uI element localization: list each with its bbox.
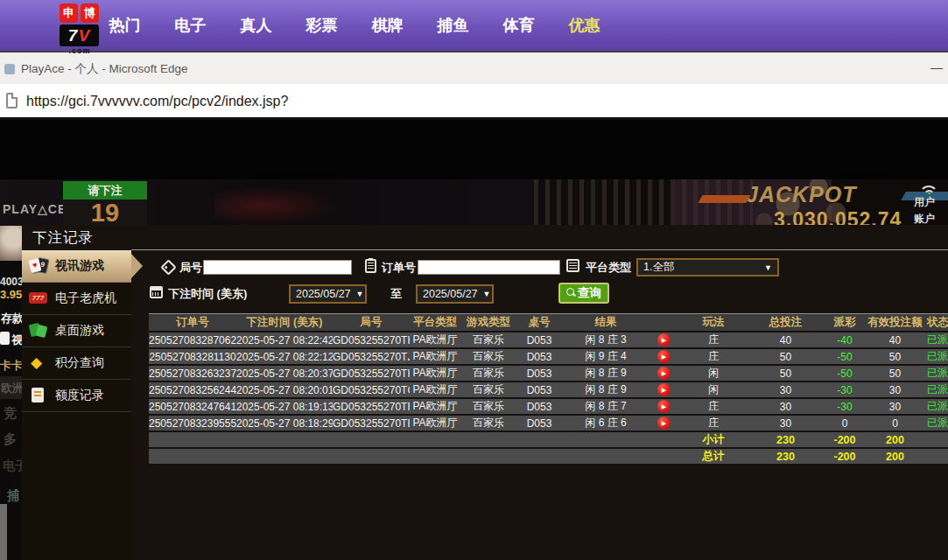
table-row[interactable]: 2505270832395552025-05-27 08:18:29GD0532… xyxy=(149,416,948,432)
tag-icon xyxy=(160,259,176,275)
platform-type-select[interactable]: 1.全部 ▼ xyxy=(636,258,779,276)
address-bar[interactable]: https://gci.7vvvvvv.com/pc/pcv2/index.js… xyxy=(0,84,948,120)
to-label: 至 xyxy=(390,286,402,302)
chevron-down-icon: ▼ xyxy=(764,263,772,272)
play-replay-icon[interactable]: ▶ xyxy=(657,400,671,413)
logo-com: .com xyxy=(60,46,100,55)
browser-title-bar: PlayAce - 个人 - Microsoft Edge — xyxy=(0,51,948,84)
table-cell: 2025-05-27 08:20:37 xyxy=(236,368,333,380)
table-cell: 已派彩 xyxy=(923,416,948,430)
table-row[interactable]: 2505270832811302025-05-27 08:22:12GD0532… xyxy=(149,349,948,366)
table-cell: 闲 9 庄 4 xyxy=(562,349,650,364)
play-replay-icon[interactable]: ▶ xyxy=(657,350,671,363)
slots-icon xyxy=(29,290,48,307)
play-replay-icon[interactable]: ▶ xyxy=(657,367,671,380)
nav-item-棋牌[interactable]: 棋牌 xyxy=(355,15,420,36)
grand-total-cell: 总计 xyxy=(678,449,748,464)
nav-item-真人[interactable]: 真人 xyxy=(223,15,289,36)
card-icon xyxy=(0,332,10,345)
minimize-button[interactable]: — xyxy=(930,52,943,82)
banner-right-labels: 用户 账户 xyxy=(914,181,942,226)
nav-item-优惠[interactable]: 优惠 xyxy=(551,15,617,36)
round-number-input[interactable] xyxy=(203,260,352,275)
site-logo[interactable]: 申 博 7V .com xyxy=(60,4,100,55)
table-cell: 2025-05-27 08:22:42 xyxy=(236,334,333,346)
table-cell: 250527083281130 xyxy=(149,351,236,363)
play-replay-icon[interactable]: ▶ xyxy=(657,383,671,396)
nav-item-电子[interactable]: 电子 xyxy=(158,15,223,36)
table-cell: 已派彩 xyxy=(923,332,948,347)
search-button-label: 查询 xyxy=(578,285,601,301)
jackpot-value: 3,030,052.74 xyxy=(774,208,902,226)
url-text[interactable]: https://gci.7vvvvvv.com/pc/pcv2/index.js… xyxy=(26,84,288,119)
table-cell: 已派彩 xyxy=(923,399,948,414)
table-cell: 30 xyxy=(867,384,923,396)
table-cell: 30 xyxy=(748,384,823,396)
table-cell: 已派彩 xyxy=(923,349,948,364)
grand-total-row: 总计230-200200 xyxy=(149,449,948,466)
sidebar-item-积分查询[interactable]: 积分查询 xyxy=(22,347,131,380)
order-number-input[interactable] xyxy=(418,260,560,275)
chevron-down-icon: ▼ xyxy=(356,290,364,298)
column-header: 桌号 xyxy=(516,315,562,330)
calendar-icon xyxy=(150,286,163,298)
table-cell: D053 xyxy=(516,401,562,413)
table-cell: 250527083256244 xyxy=(149,384,236,396)
table-row[interactable]: 2505270832562442025-05-27 08:20:01GD0532… xyxy=(149,382,948,399)
chevron-down-icon: ▼ xyxy=(483,290,491,298)
bg-gray-bar xyxy=(0,504,7,560)
sidebar-item-视讯游戏[interactable]: 视讯游戏 xyxy=(22,250,131,283)
table-cell: 2025-05-27 08:18:29 xyxy=(236,417,333,430)
column-header: 玩法 xyxy=(678,315,748,330)
column-header: 下注时间 (美东) xyxy=(236,315,333,330)
nav-item-热门[interactable]: 热门 xyxy=(92,15,158,36)
column-header: 局号 xyxy=(333,315,410,330)
bg-fragment: 卡卡 xyxy=(0,358,22,374)
date-from-select[interactable]: 2025/05/27 ▼ xyxy=(289,284,367,304)
table-cell: 50 xyxy=(867,351,923,363)
cards-icon xyxy=(29,257,48,275)
grand-total-cell: 200 xyxy=(867,451,923,463)
table-row[interactable]: 2505270832632372025-05-27 08:20:37GD0532… xyxy=(149,366,948,382)
table-cell: 0 xyxy=(867,417,923,430)
table-cell: PA欧洲厅 xyxy=(410,366,460,381)
table-cell: 2025-05-27 08:19:13 xyxy=(236,401,333,413)
grand-total-cell: -200 xyxy=(823,451,867,463)
site-nav: 申 博 7V .com 热门电子真人彩票棋牌捕鱼体育优惠 xyxy=(0,0,948,51)
date-from-value: 2025/05/27 xyxy=(296,288,351,300)
play-replay-icon[interactable]: ▶ xyxy=(657,416,671,430)
table-cell: PA欧洲厅 xyxy=(410,382,460,397)
replay-cell: ▶ xyxy=(650,400,678,413)
table-cell: GD053255270TG xyxy=(333,384,410,396)
sidebar-item-额度记录[interactable]: 额度记录 xyxy=(22,380,131,412)
replay-cell: ▶ xyxy=(650,333,678,346)
table-header-row: 订单号下注时间 (美东)局号平台类型游戏类型桌号结果玩法总投注派彩有效投注额状态 xyxy=(149,313,948,332)
clipboard-icon xyxy=(365,259,376,273)
table-cell: 百家乐 xyxy=(460,399,516,414)
table-row[interactable]: 2505270832870622025-05-27 08:22:42GD0532… xyxy=(149,332,948,349)
sidebar-item-电子老虎机[interactable]: 电子老虎机 xyxy=(22,283,131,315)
subtotal-cell: 230 xyxy=(748,434,823,446)
table-row[interactable]: 2505270832476412025-05-27 08:19:13GD0532… xyxy=(149,399,948,416)
table-cell: 已派彩 xyxy=(923,382,948,397)
table-cell: -30 xyxy=(823,401,867,413)
table-cell: PA欧洲厅 xyxy=(410,399,460,414)
table-cell: 250527083239555 xyxy=(149,417,236,430)
bg-fragment: 竞 xyxy=(4,405,17,422)
table-cell: GD053255270TE xyxy=(333,417,410,430)
play-replay-icon[interactable]: ▶ xyxy=(657,333,671,346)
nav-item-体育[interactable]: 体育 xyxy=(486,15,551,36)
sidebar-item-桌面游戏[interactable]: 桌面游戏 xyxy=(22,315,131,347)
search-button[interactable]: 查询 xyxy=(558,283,609,304)
bg-fragment: 4003 xyxy=(0,276,22,288)
date-to-select[interactable]: 2025/05/27 ▼ xyxy=(416,284,494,304)
nav-item-捕鱼[interactable]: 捕鱼 xyxy=(420,15,486,36)
table-cell: 50 xyxy=(867,368,923,380)
nav-item-彩票[interactable]: 彩票 xyxy=(289,15,355,36)
column-header: 平台类型 xyxy=(410,315,460,330)
subtotal-cell: 200 xyxy=(867,434,923,446)
bet-countdown: 请下注 19 xyxy=(63,181,147,226)
table-cell: 庄 xyxy=(678,416,748,430)
site-nav-items: 热门电子真人彩票棋牌捕鱼体育优惠 xyxy=(92,0,617,51)
panel-sidebar: 视讯游戏电子老虎机桌面游戏积分查询额度记录 xyxy=(22,250,131,560)
